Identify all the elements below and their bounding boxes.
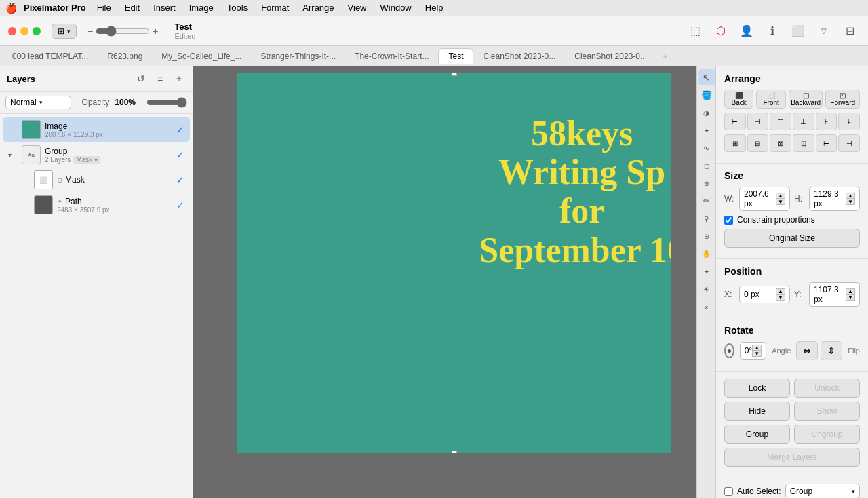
layer-item-group[interactable]: ▾ Aa Group 2 Layers Mask ▾ ✓ <box>3 142 190 167</box>
menu-item-insert[interactable]: Insert <box>148 1 181 14</box>
unlock-button[interactable]: Unlock <box>794 379 860 398</box>
select-tool-icon[interactable]: ↖ <box>698 69 715 85</box>
align-5-btn[interactable]: ⊢ <box>816 134 837 152</box>
zoom-icon[interactable]: ⊕ <box>698 228 715 244</box>
flip-horizontal-button[interactable]: ⇔ <box>796 341 818 360</box>
tab-3[interactable]: Stranger-Things-It-... <box>251 49 345 64</box>
x-step-down[interactable]: ▼ <box>776 294 785 301</box>
canvas-content[interactable]: 58keys Writing Sp for September 10 <box>193 66 715 498</box>
pencil-icon[interactable]: ✏ <box>698 193 715 209</box>
color-picker-icon[interactable]: ⚲ <box>698 210 715 227</box>
angle-input[interactable]: 0° ▲ ▼ <box>740 342 766 360</box>
layer-expand-group[interactable]: ▾ <box>8 151 18 159</box>
distribute-v-btn[interactable]: ⊟ <box>747 134 769 152</box>
height-stepper[interactable]: ▲ ▼ <box>846 193 855 205</box>
brightness-icon[interactable]: ☀ <box>698 281 715 297</box>
x-stepper[interactable]: ▲ ▼ <box>776 288 785 301</box>
tab-0[interactable]: 000 lead TEMPLAT... <box>3 49 98 64</box>
auto-select-dropdown[interactable]: Group ▾ <box>785 484 860 498</box>
menu-item-tools[interactable]: Tools <box>222 1 253 14</box>
layer-visibility-path[interactable]: ✓ <box>176 199 184 210</box>
angle-stepper[interactable]: ▲ ▼ <box>752 345 762 357</box>
add-tab-button[interactable]: + <box>656 49 673 64</box>
paint-bucket-icon[interactable]: 🪣 <box>698 87 715 103</box>
layer-visibility-image[interactable]: ✓ <box>176 124 184 135</box>
back-button[interactable]: ⬛ Back <box>724 90 753 109</box>
group-button[interactable]: Group <box>724 425 790 444</box>
mask-badge[interactable]: Mask ▾ <box>73 156 100 164</box>
menu-item-format[interactable]: Format <box>256 1 294 14</box>
account-icon[interactable]: 👤 <box>736 21 757 41</box>
ungroup-button[interactable]: Ungroup <box>794 425 860 444</box>
hand-icon[interactable]: ✋ <box>698 246 715 262</box>
x-step-up[interactable]: ▲ <box>776 288 785 294</box>
sidebar-toggle-button[interactable]: ⊞ ▾ <box>52 24 77 39</box>
distribute-h-btn[interactable]: ⊞ <box>724 134 746 152</box>
align-right-edges-btn[interactable]: ⊤ <box>770 113 791 130</box>
tab-5[interactable]: Test <box>438 48 473 64</box>
menu-item-arrange[interactable]: Arrange <box>297 1 339 14</box>
handle-bottom-center[interactable] <box>452 451 457 453</box>
effects-icon[interactable]: ✦ <box>698 263 715 280</box>
handle-top-center[interactable] <box>452 73 457 76</box>
height-step-up[interactable]: ▲ <box>846 193 855 199</box>
eraser-icon[interactable]: ◻ <box>698 157 715 174</box>
layer-visibility-mask[interactable]: ✓ <box>176 174 184 185</box>
menu-item-help[interactable]: Help <box>420 1 449 14</box>
align-left-edges-btn[interactable]: ⊢ <box>724 113 746 130</box>
merge-layers-button[interactable]: Merge Layers <box>724 448 860 467</box>
constrain-checkbox[interactable] <box>724 216 733 225</box>
auto-select-checkbox[interactable] <box>724 487 733 496</box>
gradient-icon[interactable]: ◑ <box>698 104 715 121</box>
info-icon[interactable]: ℹ <box>762 21 783 41</box>
y-step-up[interactable]: ▲ <box>846 288 855 294</box>
crop-icon[interactable]: ⬚ <box>685 21 705 41</box>
menu-item-edit[interactable]: Edit <box>119 1 145 14</box>
height-step-down[interactable]: ▼ <box>846 199 855 205</box>
align-6-btn[interactable]: ⊣ <box>838 134 860 152</box>
y-stepper[interactable]: ▲ ▼ <box>846 288 855 301</box>
align-top-edges-btn[interactable]: ⊥ <box>793 113 814 130</box>
layers-refresh-icon[interactable]: ↺ <box>134 72 148 85</box>
export-icon[interactable]: ⬜ <box>788 21 808 41</box>
zoom-slider[interactable] <box>96 26 150 37</box>
close-button[interactable] <box>8 27 16 35</box>
y-step-down[interactable]: ▼ <box>846 294 855 301</box>
width-input[interactable]: 2007.6 px ▲ ▼ <box>739 187 790 211</box>
blend-mode-select[interactable]: Normal ▾ <box>5 96 71 109</box>
tab-2[interactable]: My_So-Called_Life_... <box>152 49 251 64</box>
brush-icon[interactable]: ∿ <box>698 140 715 156</box>
align-v-space-btn[interactable]: ⊡ <box>793 134 814 152</box>
forward-button[interactable]: ◳ Forward <box>825 90 860 109</box>
flip-vertical-button[interactable]: ⇕ <box>821 341 842 360</box>
x-input[interactable]: 0 px ▲ ▼ <box>739 286 790 303</box>
tab-6[interactable]: CleanShot 2023-0... <box>473 49 565 64</box>
pen-nib-icon[interactable]: ⌅ <box>698 299 715 315</box>
colors-icon[interactable]: ⬡ <box>711 21 731 41</box>
zoom-in-icon[interactable]: + <box>153 26 158 37</box>
show-button[interactable]: Show <box>794 402 860 421</box>
menu-item-image[interactable]: Image <box>184 1 219 14</box>
layer-item-path[interactable]: ✦ Path 2483 × 3507.9 px ✓ <box>15 193 190 217</box>
lock-button[interactable]: Lock <box>724 379 790 398</box>
angle-step-up[interactable]: ▲ <box>752 345 762 351</box>
layer-item-image[interactable]: Image 2007.6 × 1129.3 px ✓ <box>3 117 190 142</box>
align-h-space-btn[interactable]: ⊠ <box>770 134 791 152</box>
menu-item-window[interactable]: Window <box>375 1 417 14</box>
canvas-area[interactable]: 58keys Writing Sp for September 10 ↖ 🪣 ◑… <box>193 66 715 498</box>
tab-7[interactable]: CleanShot 2023-0... <box>565 49 656 64</box>
height-input[interactable]: 1129.3 px ▲ ▼ <box>809 187 860 211</box>
width-step-up[interactable]: ▲ <box>776 193 785 199</box>
front-button[interactable]: ⬜ Front <box>756 90 785 109</box>
layers-add-icon[interactable]: ＋ <box>172 72 186 85</box>
share-icon[interactable]: ▽ <box>814 21 834 41</box>
zoom-out-icon[interactable]: − <box>87 26 93 37</box>
tab-1[interactable]: R623.png <box>98 49 152 64</box>
align-center-h-btn[interactable]: ⊦ <box>816 113 837 130</box>
layers-sort-icon[interactable]: ≡ <box>153 72 167 85</box>
clone-stamp-icon[interactable]: ⊕ <box>698 175 715 191</box>
y-input[interactable]: 1107.3 px ▲ ▼ <box>809 282 860 307</box>
menu-item-view[interactable]: View <box>342 1 372 14</box>
smart-fill-icon[interactable]: ✦ <box>698 122 715 138</box>
canvas-document[interactable]: 58keys Writing Sp for September 10 <box>237 73 671 453</box>
